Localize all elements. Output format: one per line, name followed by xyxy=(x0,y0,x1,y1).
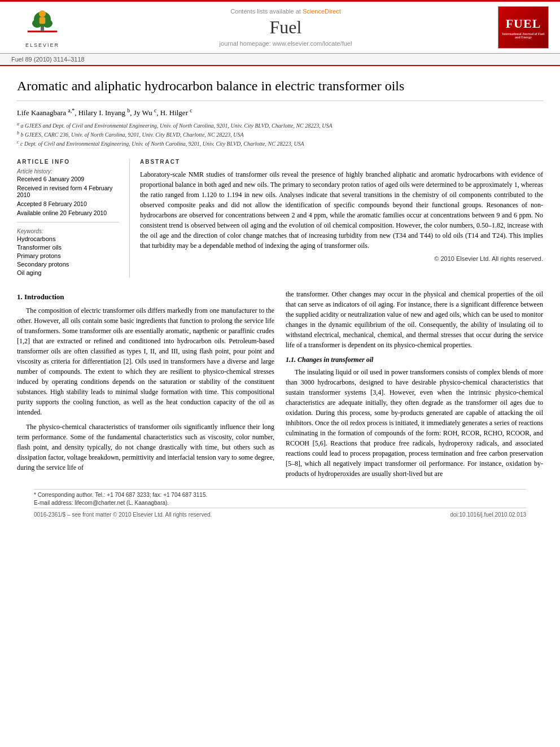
authors-line: Life Kaanagbara a,*, Hilary I. Inyang b,… xyxy=(17,107,543,117)
abstract-title: ABSTRACT xyxy=(140,159,543,165)
sciencedirect-line: Contents lists available at ScienceDirec… xyxy=(73,8,498,15)
journal-title: Fuel xyxy=(73,17,498,38)
keyword-5: Oil aging xyxy=(17,269,119,276)
page-footer: 0016-2361/$ – see front matter © 2010 El… xyxy=(34,508,526,518)
received-date: Received 6 January 2009 xyxy=(17,176,119,182)
elsevier-tree-icon xyxy=(25,7,59,41)
issn-line: 0016-2361/$ – see front matter © 2010 El… xyxy=(34,512,212,518)
main-text: 1. Introduction The composition of elect… xyxy=(17,289,543,483)
journal-citation: Fuel 89 (2010) 3114–3118 xyxy=(11,56,85,63)
copyright-line: © 2010 Elsevier Ltd. All rights reserved… xyxy=(140,255,543,262)
fuel-logo-label: FUEL xyxy=(506,16,541,31)
article-info-title: ARTICLE INFO xyxy=(17,159,119,165)
subsection-1-1-title: 1.1. Changes in transformer oil xyxy=(286,355,543,365)
journal-homepage: journal homepage: www.elsevier.com/locat… xyxy=(73,40,498,47)
fuel-logo-subtitle: International Journal of Fuel and Energy xyxy=(498,32,548,39)
keywords-list: Hydrocarbons Transformer oils Primary pr… xyxy=(17,235,119,276)
footnote-corresponding: * Corresponding author. Tel.: +1 704 687… xyxy=(34,492,526,498)
page: ELSEVIER Contents lists available at Sci… xyxy=(0,0,560,747)
content-area: Aromatic and aliphatic hydrocarbon balan… xyxy=(0,66,560,529)
section1-title: 1. Introduction xyxy=(17,291,274,303)
intro-para-1: The composition of electric transformer … xyxy=(17,305,274,417)
revised-date: Received in revised form 4 February 2010 xyxy=(17,185,119,198)
journal-center: Contents lists available at ScienceDirec… xyxy=(73,8,498,47)
affiliation-b: b b GJEES, CARC 236, Univ. of North Caro… xyxy=(17,130,543,139)
elsevier-logo: ELSEVIER xyxy=(11,7,73,48)
sciencedirect-link[interactable]: ScienceDirect xyxy=(303,8,341,15)
main-col-left: 1. Introduction The composition of elect… xyxy=(17,289,274,483)
right-para-1: the transformer. Other changes may occur… xyxy=(286,289,543,350)
journal-info-bar: Fuel 89 (2010) 3114–3118 xyxy=(0,54,560,66)
article-info-panel: ARTICLE INFO Article history: Received 6… xyxy=(17,159,130,278)
svg-rect-6 xyxy=(40,17,46,24)
affiliations: a a GJEES and Dept. of Civil and Environ… xyxy=(17,121,543,148)
accepted-date: Accepted 8 February 2010 xyxy=(17,200,119,207)
affiliation-a: a a GJEES and Dept. of Civil and Environ… xyxy=(17,121,543,130)
main-col-right: the transformer. Other changes may occur… xyxy=(286,289,543,483)
article-title: Aromatic and aliphatic hydrocarbon balan… xyxy=(17,77,543,101)
keywords-label: Keywords: xyxy=(17,228,119,234)
keyword-1: Hydrocarbons xyxy=(17,235,119,242)
fuel-logo-box: FUEL International Journal of Fuel and E… xyxy=(498,6,549,49)
elsevier-text: ELSEVIER xyxy=(25,42,59,48)
doi-line: doi:10.1016/j.fuel.2010.02.013 xyxy=(450,512,526,518)
abstract-section: ABSTRACT Laboratory-scale NMR studies of… xyxy=(130,159,543,278)
abstract-text: Laboratory-scale NMR studies of transfor… xyxy=(140,169,543,251)
footnotes: * Corresponding author. Tel.: +1 704 687… xyxy=(34,489,526,506)
authors-text: Life Kaanagbara a,*, Hilary I. Inyang b,… xyxy=(17,108,193,117)
journal-header: ELSEVIER Contents lists available at Sci… xyxy=(0,0,560,54)
affiliation-c: c c Dept. of Civil and Environmental Eng… xyxy=(17,139,543,148)
available-date: Available online 20 February 2010 xyxy=(17,209,119,216)
subsection-para-1: The insulating liquid or oil used in pow… xyxy=(286,367,543,479)
intro-para-2: The physico-chemical characteristics of … xyxy=(17,422,274,473)
footnote-email: E-mail address: lifecom@charter.net (L. … xyxy=(34,500,526,506)
info-divider xyxy=(17,222,119,222)
keyword-3: Primary protons xyxy=(17,252,119,259)
history-label: Article history: xyxy=(17,168,119,174)
keyword-2: Transformer oils xyxy=(17,244,119,251)
article-body: ARTICLE INFO Article history: Received 6… xyxy=(17,159,543,278)
keyword-4: Secondary protons xyxy=(17,261,119,268)
svg-point-5 xyxy=(39,10,46,17)
